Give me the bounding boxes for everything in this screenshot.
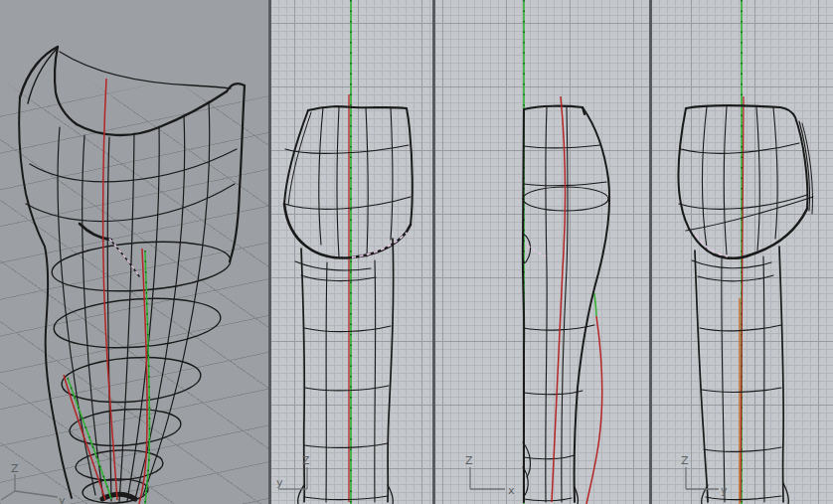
axis-label-z: Z [302,454,310,467]
axis-label-z: Z [11,462,19,475]
wireframe-model-vp4[interactable] [679,105,813,504]
axis-label-y: y [721,484,728,497]
axis-lines-vp4[interactable] [740,0,744,504]
axis-label-x: x [508,484,515,497]
wireframe-model-perspective[interactable] [19,47,245,504]
axis-label-y: y [276,476,283,489]
green-segment-vp3[interactable] [594,293,596,316]
axis-gizmo-vp3: Z x [465,454,515,497]
cad-window: Z y [0,0,833,504]
seam-dashed-curve-vp2[interactable] [352,233,407,257]
viewport-ortho-left[interactable]: Z y [652,0,833,504]
viewport-ortho-right[interactable]: Z y [271,0,432,504]
axis-label-y: y [59,494,66,504]
axis-lines-vp2[interactable] [349,0,351,504]
axis-label-z: Z [681,454,689,467]
viewport-perspective[interactable]: Z y [0,0,268,504]
axis-label-z: Z [465,454,473,467]
viewport-ortho-front[interactable]: Z x [435,0,649,504]
axis-gizmo-perspective: Z y [1,462,66,504]
